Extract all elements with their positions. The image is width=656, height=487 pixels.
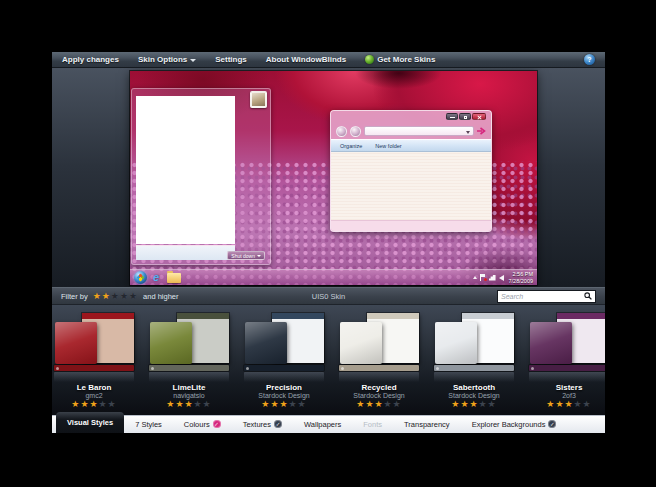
category-tab[interactable]: Explorer Backgrounds ✓ bbox=[461, 415, 568, 433]
start-menu-search-area bbox=[136, 245, 235, 260]
filter-bar: Filter by ★★★★★ and higher UIS0 Skin bbox=[52, 287, 605, 305]
skin-author: Stardock Design bbox=[448, 392, 499, 399]
shutdown-chevron-icon bbox=[257, 255, 261, 257]
skin-rating-stars[interactable]: ★★★★★ bbox=[546, 400, 591, 409]
menu-get-more-skins[interactable]: Get More Skins bbox=[365, 55, 435, 64]
skin-card[interactable]: Recycled Stardock Design ★★★★★ bbox=[338, 313, 420, 415]
menu-skin-options[interactable]: Skin Options bbox=[138, 55, 196, 64]
help-button[interactable]: ? bbox=[584, 54, 595, 65]
skin-card[interactable]: Le Baron gmc2 ★★★★★ bbox=[53, 313, 135, 415]
menu-settings[interactable]: Settings bbox=[215, 55, 247, 64]
star-empty-icon: ★ bbox=[393, 399, 402, 409]
close-icon bbox=[472, 113, 486, 120]
start-menu-preview: Shut down bbox=[131, 88, 271, 265]
tab-label: Explorer Backgrounds bbox=[472, 420, 546, 429]
skin-name: LimeLite bbox=[173, 383, 206, 392]
explorer-nav-row bbox=[331, 123, 491, 139]
clock-date: 7/28/2009 bbox=[509, 278, 533, 285]
skin-rating-stars[interactable]: ★★★★★ bbox=[71, 400, 116, 409]
taskbar-clock: 2:56 PM 7/28/2009 bbox=[509, 271, 533, 284]
star-filled-icon: ★ bbox=[546, 399, 555, 409]
thumb-taskbar bbox=[529, 365, 605, 371]
search-input[interactable] bbox=[501, 293, 582, 300]
category-tab[interactable]: 7 Styles bbox=[124, 415, 173, 433]
and-higher-label: and higher bbox=[143, 292, 178, 301]
category-tab-bar: Visual Styles 7 Styles Colours ✓ Texture… bbox=[52, 415, 605, 433]
tab-label: Transparency bbox=[404, 420, 450, 429]
menu-get-more-skins-label: Get More Skins bbox=[377, 55, 435, 64]
menu-about-windowblinds[interactable]: About WindowBlinds bbox=[266, 55, 346, 64]
menu-apply-changes[interactable]: Apply changes bbox=[62, 55, 119, 64]
skin-rating-stars[interactable]: ★★★★★ bbox=[166, 400, 211, 409]
thumbnail-reflection bbox=[244, 372, 324, 382]
star-filled-icon: ★ bbox=[184, 399, 193, 409]
shutdown-button: Shut down bbox=[227, 251, 265, 260]
screen: Apply changes Skin Options Settings Abou… bbox=[0, 0, 656, 487]
category-tab[interactable]: Textures ✓ bbox=[232, 415, 293, 433]
thumbnail-reflection bbox=[434, 372, 514, 382]
star-filled-icon: ★ bbox=[261, 399, 270, 409]
star-empty-icon: ★ bbox=[479, 399, 488, 409]
star-empty-icon: ★ bbox=[488, 399, 497, 409]
thumbnail-reflection bbox=[529, 372, 605, 382]
tab-label: Fonts bbox=[363, 420, 382, 429]
thumb-front-window bbox=[245, 322, 287, 364]
chevron-down-icon bbox=[190, 59, 196, 62]
skin-rating-stars[interactable]: ★★★★★ bbox=[451, 400, 496, 409]
star-filled-icon: ★ bbox=[71, 399, 80, 409]
star-filled-icon: ★ bbox=[564, 399, 573, 409]
skin-thumbnail bbox=[149, 313, 229, 371]
skin-carousel: Le Baron gmc2 ★★★★★ LimeLite navigatsio … bbox=[52, 305, 605, 415]
filter-rating-stars[interactable]: ★★★★★ bbox=[93, 291, 138, 301]
category-tab[interactable]: Fonts bbox=[352, 415, 393, 433]
skin-card[interactable]: Sisters 2of3 ★★★★★ bbox=[528, 313, 605, 415]
skin-rating-stars[interactable]: ★★★★★ bbox=[261, 400, 306, 409]
thumbnail-reflection bbox=[54, 372, 134, 382]
skin-card[interactable]: Precision Stardock Design ★★★★★ bbox=[243, 313, 325, 415]
address-bar bbox=[364, 126, 474, 136]
get-more-skins-icon bbox=[365, 55, 374, 64]
skin-card[interactable]: LimeLite navigatsio ★★★★★ bbox=[148, 313, 230, 415]
explorer-titlebar bbox=[331, 111, 491, 123]
category-tab[interactable]: Wallpapers bbox=[293, 415, 352, 433]
skin-author: 2of3 bbox=[562, 392, 576, 399]
star-empty-icon: ★ bbox=[289, 399, 298, 409]
explorer-content bbox=[331, 152, 491, 220]
thumb-front-window bbox=[530, 322, 572, 364]
windowblinds-window: Apply changes Skin Options Settings Abou… bbox=[52, 52, 605, 433]
explorer-statusbar bbox=[331, 220, 491, 231]
skin-rating-stars[interactable]: ★★★★★ bbox=[356, 400, 401, 409]
skin-name: Sisters bbox=[556, 383, 583, 392]
menu-bar: Apply changes Skin Options Settings Abou… bbox=[52, 52, 605, 68]
thumb-front-window bbox=[435, 322, 477, 364]
taskbar-preview: e 2:56 PM 7/28/2009 bbox=[130, 269, 537, 285]
star-filled-icon: ★ bbox=[374, 399, 383, 409]
skin-card[interactable]: Sabertooth Stardock Design ★★★★★ bbox=[433, 313, 515, 415]
tab-badge-icon: ✓ bbox=[548, 420, 556, 428]
star-filled-icon: ★ bbox=[93, 291, 102, 301]
tab-label: Colours bbox=[184, 420, 210, 429]
category-tab[interactable]: Transparency bbox=[393, 415, 461, 433]
star-filled-icon: ★ bbox=[166, 399, 175, 409]
star-filled-icon: ★ bbox=[89, 399, 98, 409]
tab-label: Wallpapers bbox=[304, 420, 341, 429]
skin-author: Stardock Design bbox=[353, 392, 404, 399]
volume-icon bbox=[499, 275, 504, 281]
shutdown-label: Shut down bbox=[231, 252, 255, 260]
new-folder-menu: New folder bbox=[375, 143, 401, 149]
star-empty-icon: ★ bbox=[194, 399, 203, 409]
minimize-icon bbox=[446, 113, 458, 120]
category-tab[interactable]: Visual Styles bbox=[56, 412, 124, 433]
star-empty-icon: ★ bbox=[583, 399, 592, 409]
star-empty-icon: ★ bbox=[384, 399, 393, 409]
skin-name: Le Baron bbox=[77, 383, 112, 392]
tab-label: 7 Styles bbox=[135, 420, 162, 429]
explorer-window-preview: Organize New folder bbox=[330, 110, 492, 232]
skin-name: Precision bbox=[266, 383, 302, 392]
search-box[interactable] bbox=[497, 290, 596, 303]
caption-buttons bbox=[446, 113, 486, 120]
star-filled-icon: ★ bbox=[279, 399, 288, 409]
action-center-flag-icon bbox=[480, 274, 486, 281]
category-tab[interactable]: Colours ✓ bbox=[173, 415, 232, 433]
skin-thumbnail bbox=[339, 313, 419, 371]
